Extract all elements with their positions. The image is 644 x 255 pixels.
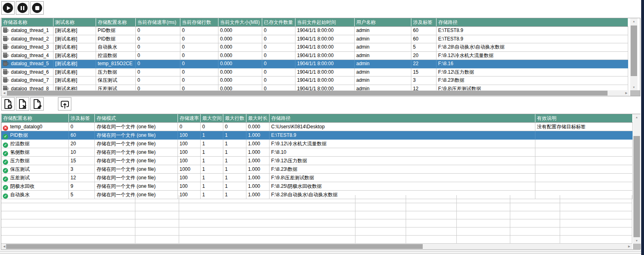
column-header[interactable]: 当前文件起始时间 [295, 18, 355, 27]
top-table-vertical-scrollbar[interactable]: ▲ ▼ [630, 18, 638, 90]
cell-config-name: PID数据 [96, 27, 136, 35]
column-header[interactable]: 存储模式 [95, 114, 178, 123]
scroll-down-arrow[interactable]: ▼ [633, 238, 640, 244]
cell-max-duration: 1.000 [246, 148, 270, 157]
scrollbar-thumb[interactable] [7, 91, 608, 96]
column-header[interactable]: 存储路径 [436, 18, 628, 27]
config-row[interactable]: ✓压力数据 15 存储在同一个文件 (one file) 100 1 1 1.0… [2, 157, 633, 165]
bottom-table-horizontal-scrollbar[interactable]: ◀ ▶ [1, 244, 632, 249]
column-header[interactable]: 当前存储行数 [180, 18, 218, 27]
column-header[interactable]: 存储配置名称 [2, 114, 69, 123]
column-header[interactable]: 最大行数 [223, 114, 246, 123]
scroll-right-arrow[interactable]: ▶ [623, 90, 629, 96]
config-row[interactable]: ✓控温数据 20 存储在同一个文件 (one file) 100 1 1 1.0… [2, 140, 633, 148]
scroll-up-arrow[interactable]: ▲ [633, 114, 640, 120]
cell-config-name: ✓控温数据 [2, 140, 69, 148]
cell-max-space: 1 [201, 148, 223, 157]
cell-max-space: 1 [201, 140, 223, 148]
cell-config-name: ✓氢侧数据 [2, 148, 69, 157]
column-header[interactable]: 当前存储速率(ms) [136, 18, 180, 27]
config-row[interactable]: ✓氢侧数据 10 存储在同一个文件 (one file) 100 1 1 1.0… [2, 148, 633, 157]
scroll-down-arrow[interactable]: ▼ [630, 84, 638, 90]
column-header[interactable]: 涉及标签 [69, 114, 95, 123]
cell-saved-files: 0 [262, 68, 295, 76]
apply-config-button[interactable] [58, 97, 71, 110]
scroll-right-arrow[interactable]: ▶ [626, 244, 632, 249]
cell-current-rows: 0 [180, 60, 218, 68]
cell-storage-path: F:\8.23\数据 [436, 76, 628, 85]
delete-config-button[interactable] [16, 97, 29, 110]
cell-user-name: admin [355, 76, 411, 85]
cell-max-duration: 1.000 [246, 157, 270, 165]
cell-current-rate: 0 [136, 68, 180, 76]
cell-test-name: [测试名称] [53, 43, 96, 52]
config-row[interactable]: ✓阴极水回收 9 存储在同一个文件 (one file) 100 1 1 1.0… [2, 182, 633, 191]
thread-row[interactable]: datalog_thread_1 [测试名称] PID数据 0 0 0.000 … [2, 27, 628, 35]
cell-storage-path: E:\TEST8.9 [436, 35, 628, 43]
thread-row[interactable]: datalog_thread_5 [测试名称] temp_815O2CE 0 0… [2, 60, 628, 68]
new-config-doc-plus-icon [3, 99, 13, 109]
config-row[interactable]: ✓PID数据 60 存储在同一个文件 (one file) 100 1 1 1.… [2, 131, 633, 140]
run-toolbar [1, 1, 44, 15]
column-header[interactable]: 当前文件大小(MB) [218, 18, 262, 27]
column-header[interactable]: 已存文件数量 [262, 18, 295, 27]
cell-saved-files: 0 [262, 76, 295, 85]
column-header[interactable]: 存储器名称 [2, 18, 53, 27]
new-config-button[interactable] [1, 97, 15, 110]
scrollbar-corner [633, 244, 641, 249]
config-status-icon: ✓ [3, 142, 8, 148]
cell-thread-name: datalog_thread_2 [2, 35, 53, 43]
datalog-thread-cup-icon [3, 28, 9, 33]
edit-config-button[interactable] [30, 97, 44, 110]
cell-storage-rate: 100 [178, 157, 201, 165]
scrollbar-thumb[interactable] [633, 136, 640, 237]
cell-thread-name: datalog_thread_6 [2, 68, 53, 76]
top-table-horizontal-scrollbar[interactable]: ◀ ▶ [1, 90, 629, 96]
thread-row[interactable]: datalog_thread_2 [测试名称] PID数据 0 0 0.000 … [2, 35, 628, 43]
column-header[interactable]: 最大空间 [201, 114, 223, 123]
storage-configs-table: 存储配置名称涉及标签存储模式存储速率最大空间最大行数最大时长存储路径有效说明 ✕… [1, 114, 633, 199]
cell-storage-rate: 1000 [178, 165, 201, 174]
cell-current-rows: 0 [180, 51, 218, 60]
column-header[interactable]: 存储路径 [270, 114, 535, 123]
config-row[interactable]: ✕temp_datalog0 0 存储在同一个文件 (one file) 0 0… [2, 123, 633, 131]
config-status-icon: ✓ [3, 134, 8, 139]
column-header[interactable]: 测试名称 [53, 18, 96, 27]
start-logging-button[interactable] [1, 1, 15, 15]
cell-storage-mode: 存储在同一个文件 (one file) [95, 157, 178, 165]
thread-row[interactable]: datalog_thread_7 [测试名称] 保压测试 0 0 0.000 0… [2, 76, 628, 85]
config-row[interactable]: ✓压差测试 12 存储在同一个文件 (one file) 100 1 1 1.0… [2, 174, 633, 182]
cell-config-name: ✓压差测试 [2, 174, 69, 182]
thread-row[interactable]: datalog_thread_3 [测试名称] 自动换水 0 0 0.000 0… [2, 43, 628, 52]
scroll-left-arrow[interactable]: ◀ [1, 90, 7, 96]
cell-current-rate: 0 [136, 51, 180, 60]
stop-icon [32, 3, 42, 13]
thread-row[interactable]: datalog_thread_6 [测试名称] 压力数据 0 0 0.000 0… [2, 68, 628, 76]
column-header[interactable]: 存储速率 [178, 114, 201, 123]
cell-file-size: 0.000 [218, 27, 262, 35]
datalog-thread-cup-icon [3, 69, 9, 74]
column-header[interactable]: 存储配置名称 [96, 18, 136, 27]
scrollbar-thumb[interactable] [6, 244, 423, 249]
cell-storage-rate: 100 [178, 131, 201, 140]
stop-logging-button[interactable] [30, 1, 44, 15]
cell-config-name: ✕temp_datalog0 [2, 123, 69, 131]
thread-row[interactable]: datalog_thread_4 [测试名称] 控温数据 0 0 0.000 0… [2, 51, 628, 60]
scrollbar-thumb[interactable] [631, 26, 637, 76]
column-header[interactable]: 涉及标签 [411, 18, 436, 27]
config-row[interactable]: ✓保压测试 3 存储在同一个文件 (one file) 1000 1 1 1.0… [2, 165, 633, 174]
column-header[interactable]: 有效说明 [535, 114, 633, 123]
pause-logging-button[interactable] [16, 1, 29, 15]
bottom-table-vertical-scrollbar[interactable]: ▲ ▼ [633, 114, 640, 244]
cell-tag-count: 20 [69, 140, 95, 148]
cell-tag-count: 60 [411, 35, 436, 43]
column-header[interactable]: 最大时长 [246, 114, 270, 123]
pause-icon [17, 3, 28, 13]
cell-storage-path: F:\8.28\自动换水\自动换水数据 [436, 43, 628, 52]
cell-max-space: 1 [201, 131, 223, 140]
delete-config-doc-x-icon [17, 99, 28, 109]
cell-config-name: ✓PID数据 [2, 131, 69, 140]
cell-file-start-time: 1904/1/1 8:00:00 [295, 76, 355, 85]
scroll-up-arrow[interactable]: ▲ [630, 18, 638, 24]
column-header[interactable]: 用户名称 [355, 18, 411, 27]
